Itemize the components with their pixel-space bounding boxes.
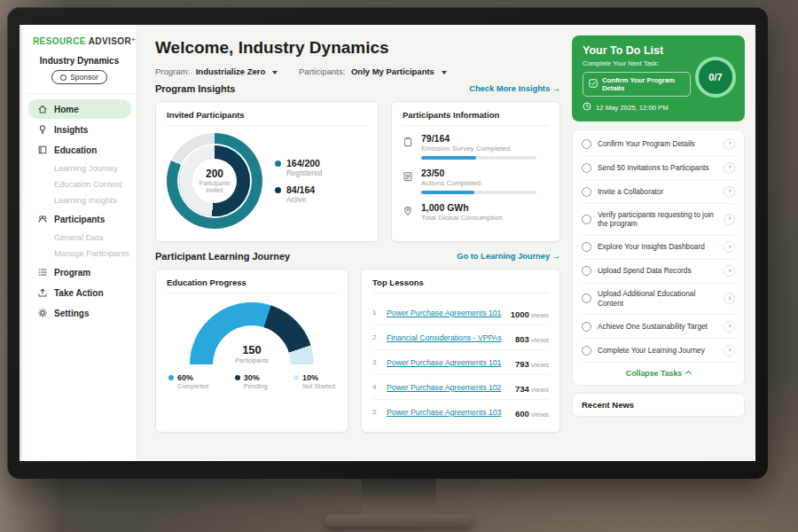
task-checkbox[interactable] xyxy=(582,293,591,303)
sidebar-item-label: Settings xyxy=(54,309,89,318)
collapse-label: Collapse Tasks xyxy=(626,369,682,378)
monitor-stand-neck xyxy=(362,477,436,516)
task-row[interactable]: Complete Your Learning Journey xyxy=(582,339,735,363)
chevron-right-icon[interactable] xyxy=(724,138,735,150)
sidebar-item-manage-participants[interactable]: Manage Participants xyxy=(27,246,131,262)
lesson-link[interactable]: Power Purchase Agreements 103 xyxy=(387,408,509,417)
sidebar-item-general-data[interactable]: General Data xyxy=(27,230,131,246)
metric-value: 79/164 xyxy=(421,133,536,144)
info-progress-fill xyxy=(421,156,476,160)
legend-item-completed: 60% Completed xyxy=(168,373,208,390)
legend-item-active: 84/164 Active xyxy=(275,184,322,204)
sidebar-item-label: Home xyxy=(54,105,79,114)
task-checkbox[interactable] xyxy=(582,215,591,224)
task-checkbox[interactable] xyxy=(582,187,591,197)
sidebar-item-insights[interactable]: Insights xyxy=(27,120,131,139)
education-progress-card: Education Progress 150 Participants xyxy=(155,269,348,433)
recent-news-header[interactable]: Recent News xyxy=(572,393,745,417)
gauge-center-value: 150 xyxy=(190,343,314,356)
chevron-right-icon[interactable] xyxy=(724,186,735,198)
collapse-tasks-link[interactable]: Collapse Tasks xyxy=(582,363,735,382)
chevron-right-icon[interactable] xyxy=(724,293,735,304)
next-task-label: Confirm Your Program Details xyxy=(602,76,685,92)
task-label: Complete Your Learning Journey xyxy=(598,346,717,356)
task-label: Send 50 Invitations to Participants xyxy=(598,163,717,173)
chevron-right-icon[interactable] xyxy=(724,345,735,356)
sidebar-item-settings[interactable]: Settings xyxy=(27,303,131,323)
program-label: Program: xyxy=(155,66,190,76)
task-checkbox[interactable] xyxy=(582,322,591,332)
metric-label: Total Global Consumption xyxy=(421,214,503,222)
clipboard-icon xyxy=(403,133,414,160)
legend-dot xyxy=(275,187,281,193)
sidebar-item-label: Program xyxy=(54,268,90,278)
card-title: Education Progress xyxy=(167,278,337,293)
lightbulb-icon xyxy=(37,124,48,135)
sidebar-item-education-content[interactable]: Education Content xyxy=(27,176,131,192)
sidebar-item-participants[interactable]: Participants xyxy=(27,209,131,229)
lesson-views: 734 views xyxy=(515,379,549,395)
sidebar-item-learning-journey[interactable]: Learning Journey xyxy=(27,160,131,176)
go-to-learning-journey-link[interactable]: Go to Learning Journey → xyxy=(457,252,560,261)
program-dropdown[interactable]: Program: Industrialize Zero xyxy=(155,66,278,76)
sidebar-item-label: Participants xyxy=(54,215,105,224)
lesson-link[interactable]: Financial Considerations - VPPAs xyxy=(387,333,509,342)
chevron-right-icon[interactable] xyxy=(724,265,735,277)
check-more-insights-link[interactable]: Check More Insights → xyxy=(469,84,560,93)
task-row[interactable]: Upload Additional Educational Content xyxy=(582,284,735,316)
task-checkbox[interactable] xyxy=(582,266,591,276)
sponsor-badge[interactable]: Sponsor xyxy=(51,70,107,84)
chevron-right-icon[interactable] xyxy=(724,162,735,174)
task-row[interactable]: Verify participants requesting to join t… xyxy=(582,204,735,236)
lesson-link[interactable]: Power Purchase Agreements 102 xyxy=(387,383,509,392)
task-label: Verify participants requesting to join t… xyxy=(598,210,717,230)
legend-dot xyxy=(293,375,299,380)
chevron-right-icon[interactable] xyxy=(724,214,735,225)
card-title: Invited Participants xyxy=(167,110,367,126)
legend-label: Completed xyxy=(177,382,208,390)
sidebar-item-program[interactable]: Program xyxy=(27,262,131,282)
sidebar-item-take-action[interactable]: Take Action xyxy=(27,283,131,302)
home-icon xyxy=(37,104,48,114)
task-row[interactable]: Confirm Your Program Details xyxy=(582,132,735,156)
chevron-right-icon[interactable] xyxy=(724,321,735,332)
lesson-link[interactable]: Power Purchase Agreements 101 xyxy=(387,309,505,317)
due-date-label: 12 May 2025, 12:00 PM xyxy=(596,104,669,112)
todo-progress-value: 0/7 xyxy=(708,72,722,82)
task-row[interactable]: Achieve One Sustainability Target xyxy=(582,315,735,339)
legend-label: Pending xyxy=(244,382,268,390)
lesson-views: 793 views xyxy=(515,355,549,371)
participants-dropdown[interactable]: Participants: Only My Participants xyxy=(299,66,447,76)
task-row[interactable]: Explore Your Insights Dashboard xyxy=(582,236,735,260)
task-checkbox[interactable] xyxy=(582,346,591,356)
sidebar-item-home[interactable]: Home xyxy=(27,99,131,119)
task-checkbox[interactable] xyxy=(582,242,591,252)
lesson-rank: 1 xyxy=(372,309,380,317)
chevron-right-icon[interactable] xyxy=(724,241,735,253)
lesson-rank: 3 xyxy=(372,358,380,366)
todo-summary-card: Your To Do List Complete Your Next Task:… xyxy=(572,35,745,121)
top-lessons-card: Top Lessons 1 Power Purchase Agreements … xyxy=(361,269,560,433)
card-title: Top Lessons xyxy=(372,278,549,293)
lesson-row: 3 Power Purchase Agreements 101 793 view… xyxy=(372,350,549,375)
task-checkbox[interactable] xyxy=(582,163,591,173)
progress-track xyxy=(421,191,536,194)
invited-donut-chart: 200 Participants Invited xyxy=(167,133,262,229)
task-row[interactable]: Send 50 Invitations to Participants xyxy=(582,156,735,180)
legend-value: 10% xyxy=(302,373,335,382)
task-label: Achieve One Sustainability Target xyxy=(598,322,717,332)
education-gauge-chart: 150 Participants xyxy=(190,302,314,364)
lesson-link[interactable]: Power Purchase Agreements 101 xyxy=(387,358,509,367)
page-title: Welcome, Industry Dynamics xyxy=(155,38,560,58)
program-insights-header: Program Insights Check More Insights → xyxy=(155,83,560,94)
task-row[interactable]: Upload Spend Data Records xyxy=(582,260,735,284)
task-row[interactable]: Invite a Collaborator xyxy=(582,180,735,204)
sidebar-item-learning-insights[interactable]: Learning Insights xyxy=(27,192,131,208)
next-task-button[interactable]: Confirm Your Program Details xyxy=(583,72,691,97)
task-checkbox[interactable] xyxy=(582,139,591,149)
sidebar-item-education[interactable]: Education xyxy=(27,140,131,160)
gauge-center-label: Participants xyxy=(190,356,314,364)
participants-value: Only My Participants xyxy=(351,66,434,76)
sidebar-item-label: Insights xyxy=(54,125,88,135)
main-content: Welcome, Industry Dynamics Program: Indu… xyxy=(137,25,572,461)
